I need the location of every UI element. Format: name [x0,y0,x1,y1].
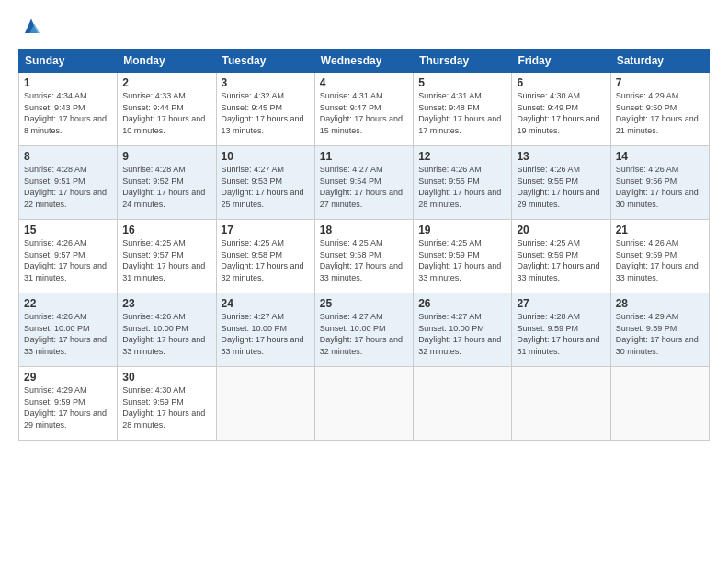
table-row: 1 Sunrise: 4:34 AMSunset: 9:43 PMDayligh… [19,73,118,146]
week-row: 1 Sunrise: 4:34 AMSunset: 9:43 PMDayligh… [19,73,710,146]
logo-icon [18,14,44,40]
day-info: Sunrise: 4:25 AMSunset: 9:59 PMDaylight:… [418,238,501,282]
day-info: Sunrise: 4:27 AMSunset: 10:00 PMDaylight… [320,312,403,356]
day-info: Sunrise: 4:29 AMSunset: 9:59 PMDaylight:… [24,385,107,430]
col-monday: Monday [118,50,216,73]
week-row: 8 Sunrise: 4:28 AMSunset: 9:51 PMDayligh… [19,146,710,220]
day-info: Sunrise: 4:26 AMSunset: 10:00 PMDaylight… [24,312,107,356]
day-number: 22 [24,297,112,310]
day-number: 5 [418,76,506,89]
table-row: 26 Sunrise: 4:27 AMSunset: 10:00 PMDayli… [414,293,512,367]
day-number: 21 [616,224,704,236]
day-info: Sunrise: 4:26 AMSunset: 9:57 PMDaylight:… [24,238,107,282]
table-row [314,367,413,441]
day-number: 19 [418,224,506,236]
day-info: Sunrise: 4:34 AMSunset: 9:43 PMDaylight:… [24,91,107,135]
table-row: 22 Sunrise: 4:26 AMSunset: 10:00 PMDayli… [19,293,118,367]
table-row: 2 Sunrise: 4:33 AMSunset: 9:44 PMDayligh… [118,73,216,146]
day-number: 12 [418,150,506,163]
day-info: Sunrise: 4:26 AMSunset: 9:55 PMDaylight:… [418,165,501,209]
col-wednesday: Wednesday [314,50,413,73]
day-number: 25 [320,297,408,310]
day-number: 20 [517,224,605,236]
day-info: Sunrise: 4:33 AMSunset: 9:44 PMDaylight:… [122,91,205,135]
day-number: 9 [122,150,210,163]
table-row: 6 Sunrise: 4:30 AMSunset: 9:49 PMDayligh… [512,73,610,146]
week-row: 22 Sunrise: 4:26 AMSunset: 10:00 PMDayli… [19,293,710,367]
table-row: 23 Sunrise: 4:26 AMSunset: 10:00 PMDayli… [118,293,216,367]
day-info: Sunrise: 4:25 AMSunset: 9:59 PMDaylight:… [517,238,599,282]
day-number: 30 [122,371,210,384]
day-info: Sunrise: 4:25 AMSunset: 9:58 PMDaylight:… [222,238,304,282]
day-number: 17 [222,224,310,236]
day-info: Sunrise: 4:26 AMSunset: 9:56 PMDaylight:… [616,165,699,209]
day-info: Sunrise: 4:27 AMSunset: 9:54 PMDaylight:… [320,165,403,209]
day-number: 2 [122,76,210,89]
day-number: 14 [616,150,704,163]
table-row [216,367,314,441]
day-info: Sunrise: 4:30 AMSunset: 9:59 PMDaylight:… [122,385,205,430]
table-row: 11 Sunrise: 4:27 AMSunset: 9:54 PMDaylig… [314,146,413,220]
day-number: 18 [320,224,408,236]
header [18,14,710,40]
day-number: 24 [222,297,310,310]
table-row: 30 Sunrise: 4:30 AMSunset: 9:59 PMDaylig… [118,367,216,441]
table-row: 3 Sunrise: 4:32 AMSunset: 9:45 PMDayligh… [216,73,314,146]
day-info: Sunrise: 4:29 AMSunset: 9:59 PMDaylight:… [616,312,699,356]
table-row [414,367,512,441]
table-row: 4 Sunrise: 4:31 AMSunset: 9:47 PMDayligh… [314,73,413,146]
day-number: 23 [122,297,210,310]
day-info: Sunrise: 4:28 AMSunset: 9:52 PMDaylight:… [122,165,205,209]
day-number: 7 [616,76,704,89]
day-info: Sunrise: 4:27 AMSunset: 10:00 PMDaylight… [222,312,304,356]
table-row: 10 Sunrise: 4:27 AMSunset: 9:53 PMDaylig… [216,146,314,220]
day-info: Sunrise: 4:25 AMSunset: 9:58 PMDaylight:… [320,238,403,282]
day-info: Sunrise: 4:26 AMSunset: 9:59 PMDaylight:… [616,238,699,282]
col-thursday: Thursday [414,50,512,73]
table-row: 7 Sunrise: 4:29 AMSunset: 9:50 PMDayligh… [610,73,709,146]
table-row: 14 Sunrise: 4:26 AMSunset: 9:56 PMDaylig… [610,146,709,220]
day-info: Sunrise: 4:28 AMSunset: 9:51 PMDaylight:… [24,165,107,209]
table-row: 25 Sunrise: 4:27 AMSunset: 10:00 PMDayli… [314,293,413,367]
day-number: 3 [222,76,310,89]
week-row: 15 Sunrise: 4:26 AMSunset: 9:57 PMDaylig… [19,220,710,293]
table-row [512,367,610,441]
day-number: 13 [517,150,605,163]
day-info: Sunrise: 4:26 AMSunset: 9:55 PMDaylight:… [517,165,599,209]
day-number: 11 [320,150,408,163]
day-number: 8 [24,150,112,163]
day-number: 26 [418,297,506,310]
calendar-table: Sunday Monday Tuesday Wednesday Thursday… [18,49,710,441]
day-info: Sunrise: 4:32 AMSunset: 9:45 PMDaylight:… [222,91,304,135]
table-row: 16 Sunrise: 4:25 AMSunset: 9:57 PMDaylig… [118,220,216,293]
header-row: Sunday Monday Tuesday Wednesday Thursday… [19,50,710,73]
day-info: Sunrise: 4:29 AMSunset: 9:50 PMDaylight:… [616,91,699,135]
day-info: Sunrise: 4:31 AMSunset: 9:47 PMDaylight:… [320,91,403,135]
day-number: 27 [517,297,605,310]
table-row: 15 Sunrise: 4:26 AMSunset: 9:57 PMDaylig… [19,220,118,293]
day-info: Sunrise: 4:25 AMSunset: 9:57 PMDaylight:… [122,238,205,282]
table-row: 20 Sunrise: 4:25 AMSunset: 9:59 PMDaylig… [512,220,610,293]
table-row: 27 Sunrise: 4:28 AMSunset: 9:59 PMDaylig… [512,293,610,367]
table-row: 13 Sunrise: 4:26 AMSunset: 9:55 PMDaylig… [512,146,610,220]
day-info: Sunrise: 4:31 AMSunset: 9:48 PMDaylight:… [418,91,501,135]
col-tuesday: Tuesday [216,50,314,73]
day-info: Sunrise: 4:30 AMSunset: 9:49 PMDaylight:… [517,91,599,135]
col-saturday: Saturday [610,50,709,73]
day-info: Sunrise: 4:26 AMSunset: 10:00 PMDaylight… [122,312,205,356]
day-number: 28 [616,297,704,310]
table-row: 5 Sunrise: 4:31 AMSunset: 9:48 PMDayligh… [414,73,512,146]
table-row: 29 Sunrise: 4:29 AMSunset: 9:59 PMDaylig… [19,367,118,441]
day-number: 16 [122,224,210,236]
table-row: 8 Sunrise: 4:28 AMSunset: 9:51 PMDayligh… [19,146,118,220]
table-row: 28 Sunrise: 4:29 AMSunset: 9:59 PMDaylig… [610,293,709,367]
day-number: 1 [24,76,112,89]
table-row: 19 Sunrise: 4:25 AMSunset: 9:59 PMDaylig… [414,220,512,293]
table-row: 18 Sunrise: 4:25 AMSunset: 9:58 PMDaylig… [314,220,413,293]
day-number: 4 [320,76,408,89]
table-row: 17 Sunrise: 4:25 AMSunset: 9:58 PMDaylig… [216,220,314,293]
logo [18,14,48,40]
day-number: 15 [24,224,112,236]
table-row: 21 Sunrise: 4:26 AMSunset: 9:59 PMDaylig… [610,220,709,293]
col-sunday: Sunday [19,50,118,73]
